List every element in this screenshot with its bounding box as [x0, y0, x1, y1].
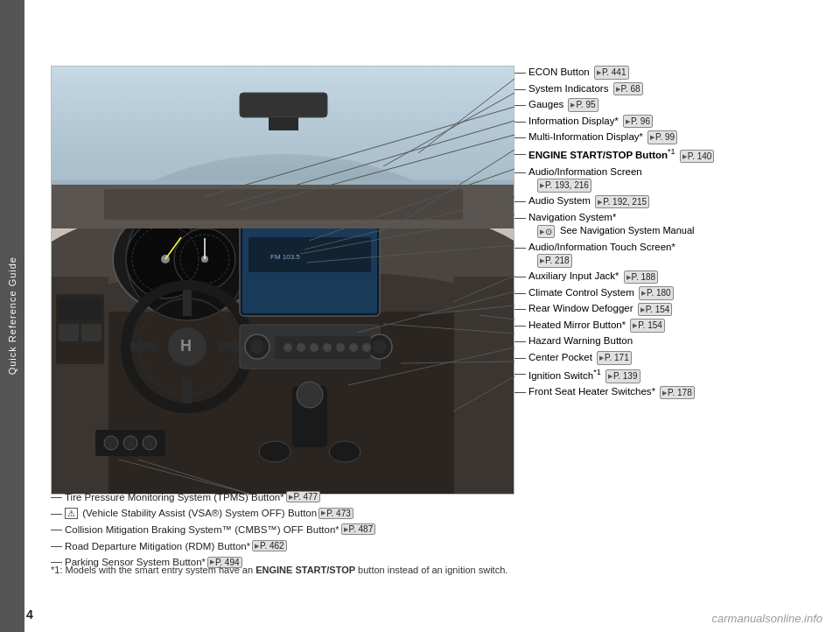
svg-rect-47	[59, 324, 79, 341]
bottom-labels: — Tire Pressure Monitoring System (TPMS)…	[51, 490, 523, 572]
sidebar: Quick Reference Guide	[0, 0, 24, 632]
car-dashboard-svg: H AUDIO FM 103.5	[52, 67, 514, 495]
gauges-text: Gauges	[528, 99, 564, 109]
svg-rect-59	[240, 93, 327, 117]
audio-system-ref[interactable]: P. 192, 215	[595, 195, 649, 209]
svg-point-52	[143, 436, 157, 450]
gauges-ref[interactable]: P. 95	[568, 98, 598, 112]
audio-info-screen-ref[interactable]: P. 193, 216	[537, 179, 592, 193]
engine-start-stop-ref[interactable]: P. 140	[680, 150, 715, 164]
audio-system-text: Audio System	[528, 195, 591, 206]
label-rear-window-defogger: — Rear Window Defogger P. 154	[514, 302, 840, 316]
label-front-seat-heater: — Front Seat Heater Switches* P. 178	[514, 385, 840, 399]
label-center-pocket: — Center Pocket P. 171	[514, 351, 840, 365]
rear-window-defogger-text: Rear Window Defogger	[528, 303, 634, 313]
svg-point-37	[349, 343, 358, 352]
svg-point-41	[297, 382, 323, 408]
label-navigation-system: — Navigation System* ⊙ See Navigation Sy…	[514, 211, 840, 238]
labels-panel: — ECON Button P. 441 — System Indicators…	[514, 66, 840, 402]
cmbs-text: Collision Mitigation Braking System™ (CM…	[65, 524, 340, 535]
svg-point-51	[123, 436, 137, 450]
car-image: H AUDIO FM 103.5	[51, 66, 514, 495]
system-indicators-ref[interactable]: P. 68	[613, 82, 643, 96]
main-content: H AUDIO FM 103.5	[24, 0, 840, 632]
svg-rect-48	[81, 324, 102, 341]
auxiliary-input-ref[interactable]: P. 188	[624, 270, 659, 284]
svg-point-38	[362, 343, 371, 352]
label-econ-button: — ECON Button P. 441	[514, 66, 840, 80]
multi-information-display-ref[interactable]: P. 99	[648, 130, 677, 144]
label-auxiliary-input: — Auxiliary Input Jack* P. 188	[514, 270, 840, 284]
engine-start-stop-text: ENGINE START/STOP Button*1	[528, 150, 676, 160]
cmbs-ref[interactable]: P. 487	[341, 523, 376, 535]
label-gauges: — Gauges P. 95	[514, 98, 840, 112]
navigation-system-sub: ⊙ See Navigation System Manual	[536, 225, 695, 235]
sidebar-label: Quick Reference Guide	[7, 256, 18, 375]
svg-point-43	[329, 441, 360, 462]
label-ignition-switch: — Ignition Switch*1 P. 139	[514, 367, 840, 383]
rear-window-defogger-ref[interactable]: P. 154	[638, 303, 673, 317]
svg-point-35	[323, 343, 332, 352]
center-pocket-ref[interactable]: P. 171	[597, 351, 632, 365]
page-number: 4	[26, 607, 33, 621]
svg-rect-24	[248, 237, 371, 272]
label-rdm: — Road Departure Mitigation (RDM) Button…	[51, 539, 523, 553]
audio-info-screen-text: Audio/Information Screen	[528, 166, 642, 177]
front-seat-heater-ref[interactable]: P. 178	[660, 386, 695, 400]
ignition-switch-ref[interactable]: P. 139	[606, 369, 640, 383]
label-multi-information-display: — Multi-Information Display* P. 99	[514, 130, 840, 144]
label-system-indicators: — System Indicators P. 68	[514, 82, 840, 96]
hazard-warning-text: Hazard Warning Button	[528, 335, 633, 346]
svg-point-42	[259, 441, 290, 462]
econ-button-ref[interactable]: P. 441	[594, 66, 629, 80]
svg-point-34	[310, 343, 318, 352]
label-tpms: — Tire Pressure Monitoring System (TPMS)…	[51, 490, 523, 504]
label-climate-control: — Climate Control System P. 180	[514, 286, 840, 300]
vsa-text: ⚠ (Vehicle Stability Assist (VSA®) Syste…	[65, 508, 317, 518]
navigation-system-text: Navigation System*	[528, 212, 616, 222]
multi-information-display-text: Multi-Information Display*	[528, 131, 643, 142]
front-seat-heater-text: Front Seat Heater Switches*	[528, 386, 655, 397]
label-heated-mirror: — Heated Mirror Button* P. 154	[514, 319, 840, 333]
econ-button-text: ECON Button	[528, 67, 590, 77]
svg-point-30	[373, 340, 387, 354]
label-information-display: — Information Display* P. 96	[514, 115, 840, 129]
tpms-text: Tire Pressure Monitoring System (TPMS) B…	[65, 492, 284, 502]
label-cmbs: — Collision Mitigation Braking System™ (…	[51, 523, 523, 537]
svg-text:FM 103.5: FM 103.5	[270, 253, 300, 261]
footnote: *1: Models with the smart entry system h…	[51, 565, 812, 575]
watermark: carmanualsonline.info	[712, 612, 822, 625]
rdm-text: Road Departure Mitigation (RDM) Button*	[65, 541, 250, 551]
svg-rect-53	[454, 277, 514, 495]
auxiliary-input-text: Auxiliary Input Jack*	[528, 270, 619, 281]
center-pocket-text: Center Pocket	[528, 352, 592, 362]
svg-rect-60	[269, 117, 298, 130]
svg-point-28	[250, 340, 264, 354]
label-audio-info-touch: — Audio/Information Touch Screen* P. 218	[514, 241, 840, 268]
information-display-text: Information Display*	[528, 116, 619, 126]
label-audio-info-screen: — Audio/Information Screen P. 193, 216	[514, 165, 840, 193]
footnote-text: *1: Models with the smart entry system h…	[51, 565, 508, 575]
audio-info-touch-ref[interactable]: P. 218	[537, 254, 572, 268]
vsa-ref[interactable]: P. 473	[318, 508, 354, 519]
svg-point-33	[297, 343, 305, 352]
svg-rect-56	[104, 189, 463, 220]
label-vsa: — ⚠ (Vehicle Stability Assist (VSA®) Sys…	[51, 507, 523, 521]
system-indicators-text: System Indicators	[528, 83, 608, 94]
tpms-ref[interactable]: P. 477	[286, 491, 321, 502]
rdm-ref[interactable]: P. 462	[252, 540, 287, 551]
label-engine-start-stop: — ENGINE START/STOP Button*1 P. 140	[514, 147, 840, 164]
label-hazard-warning: — Hazard Warning Button	[514, 334, 840, 348]
heated-mirror-ref[interactable]: P. 154	[630, 319, 665, 333]
svg-rect-46	[59, 298, 102, 320]
ignition-switch-text: Ignition Switch*1	[528, 370, 601, 381]
climate-control-ref[interactable]: P. 180	[639, 286, 674, 300]
climate-control-text: Climate Control System	[528, 287, 634, 298]
information-display-ref[interactable]: P. 96	[623, 115, 653, 129]
svg-point-50	[104, 436, 118, 450]
audio-info-touch-text: Audio/Information Touch Screen*	[528, 242, 676, 252]
label-audio-system: — Audio System P. 192, 215	[514, 194, 840, 208]
svg-point-32	[284, 343, 292, 352]
heated-mirror-text: Heated Mirror Button*	[528, 320, 626, 330]
svg-text:H: H	[180, 337, 192, 355]
